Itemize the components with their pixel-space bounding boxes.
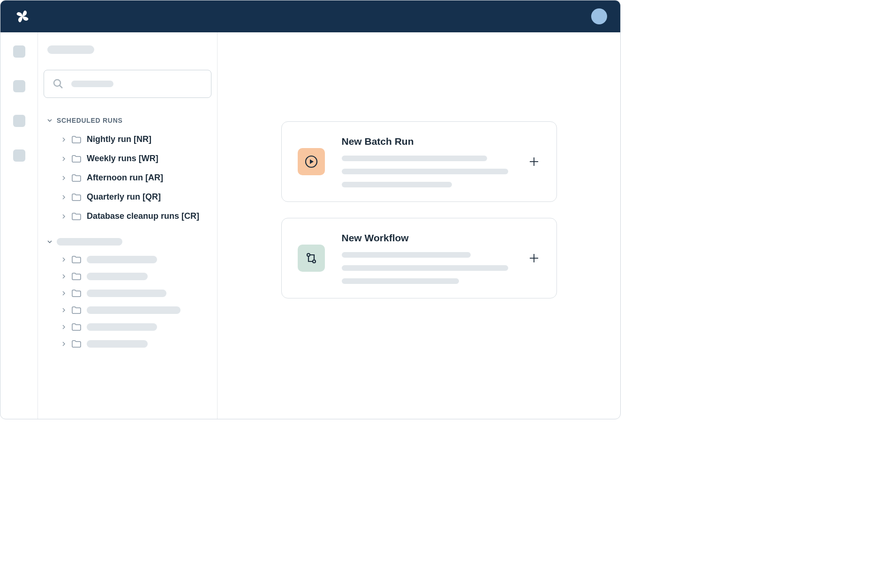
tree-item-cleanup[interactable]: Database cleanup runs [CR] bbox=[44, 207, 211, 226]
tree-item-nightly[interactable]: Nightly run [NR] bbox=[44, 130, 211, 149]
folder-icon bbox=[72, 174, 81, 182]
sidebar-title-placeholder bbox=[47, 45, 94, 54]
section-header-scheduled[interactable]: SCHEDULED RUNS bbox=[44, 114, 211, 127]
user-avatar[interactable] bbox=[591, 8, 607, 24]
tree-item-label: Afternoon run [AR] bbox=[87, 173, 163, 183]
tree-item-afternoon[interactable]: Afternoon run [AR] bbox=[44, 168, 211, 187]
search-input[interactable] bbox=[44, 70, 211, 98]
tree-label-placeholder bbox=[87, 306, 180, 314]
folder-icon bbox=[72, 290, 81, 297]
chevron-right-icon bbox=[61, 137, 66, 142]
tree-item-label: Nightly run [NR] bbox=[87, 134, 151, 144]
plus-icon bbox=[527, 155, 541, 168]
placeholder-tree bbox=[44, 248, 211, 362]
app-logo[interactable] bbox=[14, 7, 31, 25]
card-content: New Workflow bbox=[342, 232, 511, 284]
tree-item-label: Database cleanup runs [CR] bbox=[87, 211, 199, 221]
rail-item-3[interactable] bbox=[13, 115, 25, 127]
section-header-label-placeholder bbox=[57, 238, 122, 246]
svg-point-6 bbox=[313, 260, 316, 263]
app-frame: SCHEDULED RUNS Nightly run [NR] bbox=[0, 0, 621, 419]
rail-item-2[interactable] bbox=[13, 80, 25, 92]
tree-item-placeholder[interactable] bbox=[44, 251, 211, 268]
play-circle-icon bbox=[298, 148, 325, 175]
svg-point-5 bbox=[307, 253, 310, 256]
tree-label-placeholder bbox=[87, 340, 148, 348]
sidebar: SCHEDULED RUNS Nightly run [NR] bbox=[38, 32, 218, 419]
search-placeholder bbox=[71, 81, 113, 87]
folder-icon bbox=[72, 323, 81, 331]
icon-rail bbox=[0, 32, 38, 419]
card-text-placeholder bbox=[342, 169, 508, 174]
svg-line-1 bbox=[60, 85, 62, 88]
card-new-batch-run[interactable]: New Batch Run bbox=[281, 121, 557, 202]
svg-point-0 bbox=[54, 80, 60, 86]
tree-label-placeholder bbox=[87, 323, 157, 331]
tree-item-placeholder[interactable] bbox=[44, 319, 211, 335]
tree-label-placeholder bbox=[87, 290, 166, 297]
chevron-right-icon bbox=[61, 176, 66, 180]
card-text-placeholder bbox=[342, 182, 452, 187]
chevron-right-icon bbox=[61, 274, 66, 279]
folder-icon bbox=[72, 213, 81, 220]
chevron-right-icon bbox=[61, 291, 66, 296]
tree-label-placeholder bbox=[87, 273, 148, 280]
tree-item-placeholder[interactable] bbox=[44, 302, 211, 319]
chevron-right-icon bbox=[61, 214, 66, 219]
chevron-down-icon bbox=[47, 118, 52, 123]
card-text-placeholder bbox=[342, 278, 459, 284]
card-new-workflow[interactable]: New Workflow bbox=[281, 218, 557, 298]
tree-item-weekly[interactable]: Weekly runs [WR] bbox=[44, 149, 211, 168]
card-content: New Batch Run bbox=[342, 136, 511, 187]
folder-icon bbox=[72, 194, 81, 201]
plus-icon bbox=[527, 252, 541, 265]
card-title: New Workflow bbox=[342, 232, 511, 244]
chevron-right-icon bbox=[61, 325, 66, 329]
card-text-placeholder bbox=[342, 252, 471, 258]
folder-icon bbox=[72, 306, 81, 314]
chevron-right-icon bbox=[61, 342, 66, 346]
tree-item-quarterly[interactable]: Quarterly run [QR] bbox=[44, 187, 211, 207]
chevron-down-icon bbox=[47, 239, 52, 244]
card-text-placeholder bbox=[342, 156, 487, 161]
folder-icon bbox=[72, 273, 81, 280]
rail-item-4[interactable] bbox=[13, 149, 25, 162]
tree-item-label: Weekly runs [WR] bbox=[87, 154, 158, 164]
main-content: New Batch Run bbox=[218, 32, 620, 419]
body-row: SCHEDULED RUNS Nightly run [NR] bbox=[0, 32, 620, 419]
card-text-placeholder bbox=[342, 265, 508, 271]
folder-icon bbox=[72, 136, 81, 143]
tree-item-placeholder[interactable] bbox=[44, 268, 211, 285]
tree-item-label: Quarterly run [QR] bbox=[87, 192, 161, 202]
section-header-placeholder[interactable] bbox=[44, 235, 211, 248]
card-title: New Batch Run bbox=[342, 136, 511, 147]
folder-icon bbox=[72, 155, 81, 163]
workflow-icon bbox=[298, 245, 325, 272]
chevron-right-icon bbox=[61, 195, 66, 200]
tree-item-placeholder[interactable] bbox=[44, 335, 211, 352]
tree-label-placeholder bbox=[87, 256, 157, 263]
rail-item-1[interactable] bbox=[13, 45, 25, 58]
folder-icon bbox=[72, 340, 81, 348]
tree-item-placeholder[interactable] bbox=[44, 285, 211, 302]
top-bar bbox=[0, 0, 620, 32]
folder-icon bbox=[72, 256, 81, 263]
chevron-right-icon bbox=[61, 308, 66, 313]
search-icon bbox=[53, 78, 64, 89]
section-header-label: SCHEDULED RUNS bbox=[57, 117, 122, 124]
chevron-right-icon bbox=[61, 156, 66, 161]
chevron-right-icon bbox=[61, 257, 66, 262]
scheduled-runs-tree: Nightly run [NR] Weekly runs [WR] bbox=[44, 127, 211, 235]
